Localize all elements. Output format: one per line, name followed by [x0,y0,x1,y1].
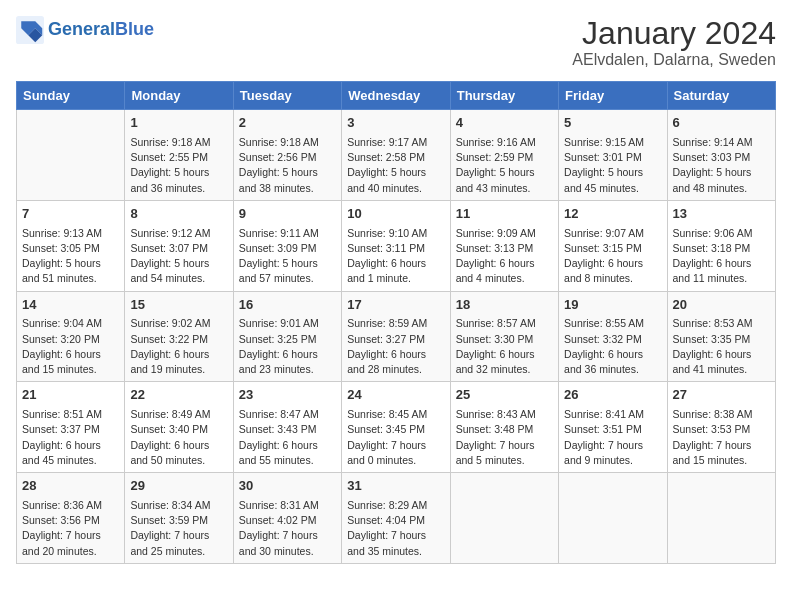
day-info: Sunrise: 8:29 AM Sunset: 4:04 PM Dayligh… [347,498,444,559]
calendar-cell: 18Sunrise: 8:57 AM Sunset: 3:30 PM Dayli… [450,291,558,382]
calendar-cell [559,473,667,564]
day-info: Sunrise: 9:16 AM Sunset: 2:59 PM Dayligh… [456,135,553,196]
calendar-cell: 8Sunrise: 9:12 AM Sunset: 3:07 PM Daylig… [125,200,233,291]
calendar-cell: 26Sunrise: 8:41 AM Sunset: 3:51 PM Dayli… [559,382,667,473]
calendar-cell: 29Sunrise: 8:34 AM Sunset: 3:59 PM Dayli… [125,473,233,564]
day-number: 11 [456,205,553,224]
calendar-week-row: 28Sunrise: 8:36 AM Sunset: 3:56 PM Dayli… [17,473,776,564]
day-info: Sunrise: 9:12 AM Sunset: 3:07 PM Dayligh… [130,226,227,287]
weekday-header: Monday [125,82,233,110]
day-number: 31 [347,477,444,496]
calendar-cell: 23Sunrise: 8:47 AM Sunset: 3:43 PM Dayli… [233,382,341,473]
calendar-cell: 31Sunrise: 8:29 AM Sunset: 4:04 PM Dayli… [342,473,450,564]
day-number: 16 [239,296,336,315]
day-number: 22 [130,386,227,405]
day-info: Sunrise: 8:45 AM Sunset: 3:45 PM Dayligh… [347,407,444,468]
calendar-week-row: 1Sunrise: 9:18 AM Sunset: 2:55 PM Daylig… [17,110,776,201]
logo: GeneralBlue [16,16,154,44]
calendar-cell: 12Sunrise: 9:07 AM Sunset: 3:15 PM Dayli… [559,200,667,291]
day-number: 24 [347,386,444,405]
weekday-header: Saturday [667,82,775,110]
calendar-cell: 4Sunrise: 9:16 AM Sunset: 2:59 PM Daylig… [450,110,558,201]
day-number: 4 [456,114,553,133]
day-info: Sunrise: 8:49 AM Sunset: 3:40 PM Dayligh… [130,407,227,468]
calendar-cell: 24Sunrise: 8:45 AM Sunset: 3:45 PM Dayli… [342,382,450,473]
day-number: 13 [673,205,770,224]
calendar-cell: 7Sunrise: 9:13 AM Sunset: 3:05 PM Daylig… [17,200,125,291]
day-info: Sunrise: 9:13 AM Sunset: 3:05 PM Dayligh… [22,226,119,287]
day-number: 26 [564,386,661,405]
day-number: 21 [22,386,119,405]
weekday-header: Tuesday [233,82,341,110]
day-number: 30 [239,477,336,496]
day-number: 29 [130,477,227,496]
day-number: 28 [22,477,119,496]
day-info: Sunrise: 8:41 AM Sunset: 3:51 PM Dayligh… [564,407,661,468]
day-info: Sunrise: 9:06 AM Sunset: 3:18 PM Dayligh… [673,226,770,287]
calendar-cell: 28Sunrise: 8:36 AM Sunset: 3:56 PM Dayli… [17,473,125,564]
day-info: Sunrise: 9:07 AM Sunset: 3:15 PM Dayligh… [564,226,661,287]
day-number: 8 [130,205,227,224]
day-number: 3 [347,114,444,133]
day-number: 15 [130,296,227,315]
calendar-cell: 13Sunrise: 9:06 AM Sunset: 3:18 PM Dayli… [667,200,775,291]
day-info: Sunrise: 8:43 AM Sunset: 3:48 PM Dayligh… [456,407,553,468]
weekday-header: Friday [559,82,667,110]
calendar-cell: 27Sunrise: 8:38 AM Sunset: 3:53 PM Dayli… [667,382,775,473]
calendar-cell: 5Sunrise: 9:15 AM Sunset: 3:01 PM Daylig… [559,110,667,201]
title-block: January 2024 AElvdalen, Dalarna, Sweden [572,16,776,69]
day-number: 25 [456,386,553,405]
day-number: 27 [673,386,770,405]
day-info: Sunrise: 9:10 AM Sunset: 3:11 PM Dayligh… [347,226,444,287]
calendar-cell [450,473,558,564]
day-info: Sunrise: 9:14 AM Sunset: 3:03 PM Dayligh… [673,135,770,196]
calendar-cell: 17Sunrise: 8:59 AM Sunset: 3:27 PM Dayli… [342,291,450,382]
day-info: Sunrise: 8:55 AM Sunset: 3:32 PM Dayligh… [564,316,661,377]
calendar-cell [667,473,775,564]
day-info: Sunrise: 8:57 AM Sunset: 3:30 PM Dayligh… [456,316,553,377]
calendar-title: January 2024 [572,16,776,51]
calendar-subtitle: AElvdalen, Dalarna, Sweden [572,51,776,69]
day-info: Sunrise: 8:38 AM Sunset: 3:53 PM Dayligh… [673,407,770,468]
calendar-cell: 30Sunrise: 8:31 AM Sunset: 4:02 PM Dayli… [233,473,341,564]
day-info: Sunrise: 9:11 AM Sunset: 3:09 PM Dayligh… [239,226,336,287]
day-info: Sunrise: 8:34 AM Sunset: 3:59 PM Dayligh… [130,498,227,559]
calendar-cell: 20Sunrise: 8:53 AM Sunset: 3:35 PM Dayli… [667,291,775,382]
calendar-week-row: 21Sunrise: 8:51 AM Sunset: 3:37 PM Dayli… [17,382,776,473]
day-number: 17 [347,296,444,315]
weekday-header-row: SundayMondayTuesdayWednesdayThursdayFrid… [17,82,776,110]
calendar-cell: 16Sunrise: 9:01 AM Sunset: 3:25 PM Dayli… [233,291,341,382]
calendar-cell: 9Sunrise: 9:11 AM Sunset: 3:09 PM Daylig… [233,200,341,291]
day-number: 5 [564,114,661,133]
calendar-table: SundayMondayTuesdayWednesdayThursdayFrid… [16,81,776,564]
day-number: 14 [22,296,119,315]
calendar-cell: 1Sunrise: 9:18 AM Sunset: 2:55 PM Daylig… [125,110,233,201]
day-info: Sunrise: 9:01 AM Sunset: 3:25 PM Dayligh… [239,316,336,377]
calendar-cell: 3Sunrise: 9:17 AM Sunset: 2:58 PM Daylig… [342,110,450,201]
day-number: 18 [456,296,553,315]
day-info: Sunrise: 9:09 AM Sunset: 3:13 PM Dayligh… [456,226,553,287]
day-info: Sunrise: 8:53 AM Sunset: 3:35 PM Dayligh… [673,316,770,377]
calendar-cell: 25Sunrise: 8:43 AM Sunset: 3:48 PM Dayli… [450,382,558,473]
day-number: 1 [130,114,227,133]
weekday-header: Sunday [17,82,125,110]
calendar-cell: 19Sunrise: 8:55 AM Sunset: 3:32 PM Dayli… [559,291,667,382]
logo-icon [16,16,44,44]
day-number: 20 [673,296,770,315]
calendar-cell: 2Sunrise: 9:18 AM Sunset: 2:56 PM Daylig… [233,110,341,201]
calendar-cell: 11Sunrise: 9:09 AM Sunset: 3:13 PM Dayli… [450,200,558,291]
calendar-cell: 14Sunrise: 9:04 AM Sunset: 3:20 PM Dayli… [17,291,125,382]
day-info: Sunrise: 9:17 AM Sunset: 2:58 PM Dayligh… [347,135,444,196]
weekday-header: Thursday [450,82,558,110]
day-info: Sunrise: 8:51 AM Sunset: 3:37 PM Dayligh… [22,407,119,468]
calendar-week-row: 14Sunrise: 9:04 AM Sunset: 3:20 PM Dayli… [17,291,776,382]
calendar-cell [17,110,125,201]
day-info: Sunrise: 9:18 AM Sunset: 2:55 PM Dayligh… [130,135,227,196]
day-info: Sunrise: 8:31 AM Sunset: 4:02 PM Dayligh… [239,498,336,559]
calendar-cell: 22Sunrise: 8:49 AM Sunset: 3:40 PM Dayli… [125,382,233,473]
calendar-cell: 10Sunrise: 9:10 AM Sunset: 3:11 PM Dayli… [342,200,450,291]
day-info: Sunrise: 8:47 AM Sunset: 3:43 PM Dayligh… [239,407,336,468]
day-info: Sunrise: 8:59 AM Sunset: 3:27 PM Dayligh… [347,316,444,377]
calendar-cell: 15Sunrise: 9:02 AM Sunset: 3:22 PM Dayli… [125,291,233,382]
day-info: Sunrise: 9:04 AM Sunset: 3:20 PM Dayligh… [22,316,119,377]
